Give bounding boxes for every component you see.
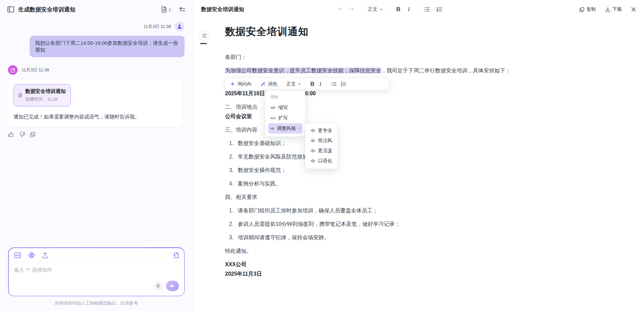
bullet-list-icon[interactable] <box>424 7 430 12</box>
chevron-right-icon <box>298 127 300 130</box>
sidebar-toggle-icon[interactable] <box>7 6 14 12</box>
bold-button[interactable]: B <box>396 6 400 13</box>
content-item[interactable]: 2.常见数据安全风险及防范措施； <box>225 153 644 161</box>
input-divider <box>13 262 180 262</box>
chat-messages: 11月3日 11:38 我想让各部门下周二14:00-16:00参加数据安全培训… <box>0 19 193 311</box>
document-body: 数据安全培训通知 各部门： 为加强公司数据安全意识，提升员工数据安全技能，保障信… <box>193 24 644 311</box>
thumbs-down-icon[interactable] <box>19 131 25 138</box>
editor-title: 数据安全培训通知 <box>201 6 244 13</box>
document-count: 1 <box>168 7 171 12</box>
chat-input-container: 输入 "/" 选择组件 0 <box>8 247 185 296</box>
equalizer-icon <box>311 149 315 153</box>
italic-button[interactable]: I <box>407 6 411 13</box>
polish-pen-icon <box>260 81 265 87</box>
assistant-message-text: 通知已完成！如果需要调整内容或语气，请随时告诉我。 <box>13 113 178 120</box>
content-item[interactable]: 4.案例分析与实践。 <box>225 180 644 188</box>
document-title[interactable]: 数据安全培训通知 <box>225 24 644 39</box>
disclaimer-text: 所有内容均由人工智能模型输出，仅供参考 <box>8 296 185 311</box>
collapse-panel-icon[interactable] <box>179 7 185 12</box>
generated-document-card[interactable]: 数据安全培训通知 创建时间：11:38 <box>13 84 71 106</box>
requirement-item[interactable]: 2.参训人员需提前10分钟到场签到，携带笔记本及笔，做好学习记录； <box>225 220 644 228</box>
ask-ai-button[interactable]: 询问AI <box>230 81 251 87</box>
polish-menu-header: 润色 <box>268 93 302 102</box>
thumbs-up-icon[interactable] <box>8 131 14 138</box>
redo-icon[interactable]: ↷ <box>349 6 354 13</box>
closing-line[interactable]: 特此通知。 <box>225 247 644 255</box>
user-message-bubble: 我想让各部门下周二14:00-16:00参加数据安全培训，请生成一份通知 <box>30 36 185 57</box>
numbered-list-icon[interactable] <box>437 7 442 12</box>
close-icon[interactable] <box>631 7 636 12</box>
submenu-item-concise[interactable]: 简洁风 <box>308 136 334 146</box>
selection-toolbar: 询问AI 润色 正文 B I <box>225 78 390 90</box>
menu-item-expand[interactable]: 扩写 <box>268 113 302 123</box>
user-avatar <box>174 22 185 32</box>
doc-card-title: 数据安全培训通知 <box>25 88 66 95</box>
content-item[interactable]: 3.数据安全操作规范； <box>225 166 644 174</box>
component-code-icon[interactable] <box>14 252 21 258</box>
paragraph-style-select[interactable]: 正文 <box>286 81 301 87</box>
bullet-list-icon[interactable] <box>331 82 336 86</box>
style-submenu: 更专业 简洁风 更活泼 口语化 <box>305 123 337 169</box>
intro-paragraph[interactable]: 为加强公司数据安全意识，提升员工数据安全技能，保障信息安全，我司定于下周二举行数… <box>225 67 644 75</box>
ai-sparkle-icon <box>230 81 235 87</box>
chat-input[interactable]: 输入 "/" 选择组件 <box>14 267 179 281</box>
document-editor: 数据安全培训通知 ↶ ↷ 正文 B I 复制 <box>193 0 644 311</box>
menu-item-condense[interactable]: 缩写 <box>268 102 302 113</box>
requirement-item[interactable]: 1.请各部门组织员工按时参加培训，确保人员覆盖全体员工； <box>225 207 644 215</box>
bold-button[interactable]: B <box>310 81 314 88</box>
equalizer-icon <box>311 129 315 133</box>
edit-doc-icon <box>10 68 15 73</box>
download-icon <box>605 7 610 12</box>
polish-button[interactable]: 润色 <box>260 81 277 87</box>
submenu-item-professional[interactable]: 更专业 <box>308 126 334 136</box>
company-signature[interactable]: XXX公司 <box>225 261 644 269</box>
equalizer-icon <box>311 159 315 163</box>
chevron-down-icon <box>298 83 301 85</box>
upload-icon[interactable] <box>42 252 48 258</box>
content-item[interactable]: 1.数据安全基础知识； <box>225 139 644 147</box>
paragraph-style-select[interactable]: 正文 <box>368 6 383 12</box>
equalizer-icon <box>311 139 315 143</box>
outline-marker <box>200 43 207 44</box>
document-count-button[interactable]: 1 <box>161 6 171 12</box>
polish-menu: 润色 缩写 扩写 调整风格 <box>265 90 305 137</box>
chat-sidebar: 生成数据安全培训通知 1 11月3日 11:38 我想让各部门下周二14:00-… <box>0 0 193 311</box>
signature-date[interactable]: 2025年11月3日 <box>225 270 644 278</box>
send-button[interactable] <box>166 281 179 291</box>
feedback-row <box>8 131 185 138</box>
download-button[interactable]: 下载 <box>605 6 622 12</box>
user-message-time: 11月3日 11:38 <box>143 24 171 30</box>
add-file-icon[interactable] <box>173 252 179 258</box>
copy-button[interactable]: 复制 <box>579 6 596 12</box>
submenu-item-colloquial[interactable]: 口语化 <box>308 156 334 166</box>
numbered-list-icon[interactable] <box>341 82 346 86</box>
undo-icon[interactable]: ↶ <box>338 6 343 13</box>
section-4-heading[interactable]: 四、相关要求 <box>225 193 644 201</box>
sidebar-header: 生成数据安全培训通知 1 <box>0 0 193 19</box>
chevron-down-icon <box>380 8 383 10</box>
condense-icon <box>270 106 276 110</box>
editor-header: 数据安全培训通知 ↶ ↷ 正文 B I 复制 <box>193 0 644 19</box>
assistant-message-card: 数据安全培训通知 创建时间：11:38 通知已完成！如果需要调整内容或语气，请随… <box>8 79 183 127</box>
copy-add-icon[interactable] <box>30 131 36 138</box>
requirement-item[interactable]: 3.培训期间请遵守纪律，保持会场安静。 <box>225 234 644 242</box>
doc-card-created-time: 创建时间：11:38 <box>25 96 66 102</box>
submenu-item-lively[interactable]: 更活泼 <box>308 146 334 156</box>
person-icon <box>177 24 182 29</box>
document-icon <box>19 91 22 100</box>
equalizer-icon <box>270 127 274 131</box>
selected-text: 为加强公司数据安全意识，提升员工数据安全技能，保障信息安全 <box>225 68 381 73</box>
editor-toolbar: ↶ ↷ 正文 B I <box>338 6 442 13</box>
expand-icon <box>270 116 276 120</box>
assistant-avatar <box>8 65 18 75</box>
document-icon <box>161 6 167 12</box>
copy-icon <box>579 7 584 12</box>
char-counter: 0 <box>154 281 163 290</box>
send-icon <box>169 283 175 288</box>
outline-toggle-button[interactable] <box>199 31 210 40</box>
menu-item-adjust-style[interactable]: 调整风格 <box>268 123 302 134</box>
components-icon[interactable] <box>28 252 35 258</box>
italic-button[interactable]: I <box>319 81 322 88</box>
conversation-title: 生成数据安全培训通知 <box>18 6 157 13</box>
salutation[interactable]: 各部门： <box>225 53 644 61</box>
